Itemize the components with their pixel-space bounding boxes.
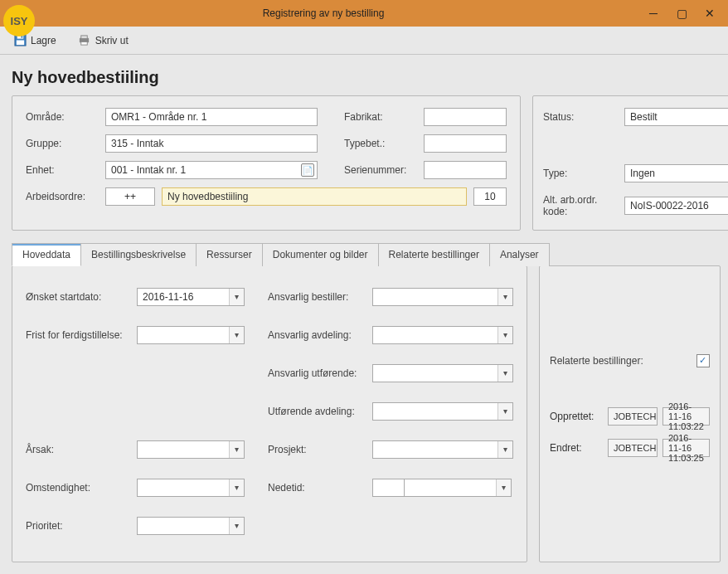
titlebar: ISY Registrering av ny bestilling ─ ▢ ✕ bbox=[0, 0, 728, 27]
svg-rect-5 bbox=[81, 36, 88, 39]
tab-bestillingsbeskrivelse[interactable]: Bestillingsbeskrivelse bbox=[80, 243, 197, 266]
minimize-button[interactable]: ─ bbox=[647, 7, 660, 20]
opprettet-timestamp: 2016-11-16 11:03:22 bbox=[662, 407, 710, 426]
toolbar: Lagre Skriv ut bbox=[0, 27, 728, 55]
tab-dokumenter[interactable]: Dokumenter og bilder bbox=[262, 243, 379, 266]
chevron-down-icon: ▾ bbox=[497, 441, 512, 458]
relaterte-bestillinger-checkbox[interactable]: ✓ bbox=[696, 354, 710, 367]
svg-rect-6 bbox=[81, 41, 88, 45]
page-title: Ny hovedbestiiling bbox=[12, 68, 716, 87]
endret-user: JOBTECH bbox=[608, 439, 658, 457]
type-label: Type: bbox=[543, 168, 618, 179]
nedetid-value-input[interactable] bbox=[372, 479, 404, 497]
chevron-down-icon: ▾ bbox=[229, 518, 244, 534]
arbeidsordre-text-input[interactable]: Ny hovedbestiiling bbox=[162, 187, 467, 206]
opprettet-user: JOBTECH bbox=[608, 407, 658, 426]
type-input[interactable]: Ingen bbox=[624, 164, 728, 182]
status-input[interactable]: Bestilt bbox=[624, 108, 728, 126]
gruppe-input[interactable]: 315 - Inntak bbox=[105, 134, 318, 153]
chevron-down-icon: ▾ bbox=[229, 441, 244, 458]
typebet-input[interactable] bbox=[424, 134, 507, 153]
close-button[interactable]: ✕ bbox=[703, 7, 716, 20]
status-label: Status: bbox=[543, 111, 618, 123]
alt-arbordr-label: Alt. arb.ordr. kode: bbox=[543, 194, 618, 218]
chevron-down-icon: ▾ bbox=[497, 327, 512, 343]
arbeidsordre-plus-button[interactable]: ++ bbox=[105, 187, 155, 206]
serienummer-input[interactable] bbox=[424, 161, 507, 179]
onsket-startdato-value: 2016-11-16 bbox=[143, 291, 193, 303]
onsket-startdato-label: Ønsket startdato: bbox=[26, 291, 137, 303]
tab-ressurser[interactable]: Ressurser bbox=[196, 243, 263, 266]
opprettet-label: Opprettet: bbox=[550, 411, 603, 422]
prioritet-label: Prioritet: bbox=[26, 520, 137, 532]
chevron-down-icon: ▾ bbox=[229, 289, 244, 305]
chevron-down-icon: ▾ bbox=[496, 479, 511, 496]
ansvarlig-utforende-input[interactable]: ▾ bbox=[372, 364, 513, 382]
chevron-down-icon: ▾ bbox=[497, 403, 512, 420]
frist-input[interactable]: ▾ bbox=[137, 326, 245, 344]
relaterte-bestillinger-label: Relaterte bestillinger: bbox=[550, 355, 643, 367]
prosjekt-label: Prosjekt: bbox=[268, 444, 372, 455]
omrade-input[interactable]: OMR1 - Område nr. 1 bbox=[105, 108, 318, 126]
save-label: Lagre bbox=[31, 35, 56, 46]
arbeidsordre-number-input[interactable]: 10 bbox=[473, 187, 507, 206]
window-controls: ─ ▢ ✕ bbox=[647, 7, 728, 20]
hoveddata-form: Ønsket startdato: 2016-11-16▾ Ansvarlig … bbox=[12, 265, 527, 562]
enhet-input[interactable]: 001 - Inntak nr. 1 📄 bbox=[105, 161, 318, 179]
omrade-label: Område: bbox=[26, 111, 99, 123]
header-panel: Område: OMR1 - Område nr. 1 Fabrikat: Gr… bbox=[12, 95, 521, 231]
app-logo: ISY bbox=[3, 5, 35, 36]
enhet-lookup-icon[interactable]: 📄 bbox=[301, 163, 314, 177]
enhet-value: 001 - Inntak nr. 1 bbox=[111, 164, 186, 176]
alt-arbordr-input[interactable]: NoIS-00022-2016 bbox=[624, 197, 728, 215]
nedetid-unit-input[interactable]: ▾ bbox=[404, 479, 512, 497]
serienummer-label: Serienummer: bbox=[344, 164, 417, 176]
chevron-down-icon: ▾ bbox=[229, 479, 244, 496]
ansvarlig-utforende-label: Ansvarlig utførende: bbox=[268, 367, 372, 379]
nedetid-label: Nedetid: bbox=[268, 482, 372, 494]
ansvarlig-avdeling-label: Ansvarlig avdeling: bbox=[268, 329, 372, 341]
print-button[interactable]: Skriv ut bbox=[73, 31, 133, 51]
gruppe-label: Gruppe: bbox=[26, 138, 99, 149]
window-title: Registrering av ny bestilling bbox=[0, 7, 647, 19]
endret-timestamp: 2016-11-16 11:03:25 bbox=[662, 439, 710, 457]
enhet-label: Enhet: bbox=[26, 164, 99, 176]
ansvarlig-avdeling-input[interactable]: ▾ bbox=[372, 326, 513, 344]
tab-relaterte[interactable]: Relaterte bestillinger bbox=[378, 243, 490, 266]
fabrikat-input[interactable] bbox=[424, 108, 507, 126]
chevron-down-icon: ▾ bbox=[497, 289, 512, 305]
print-icon bbox=[78, 34, 91, 47]
chevron-down-icon: ▾ bbox=[229, 327, 244, 343]
utforende-avdeling-label: Utførende avdeling: bbox=[268, 406, 372, 417]
typebet-label: Typebet.: bbox=[344, 138, 417, 149]
status-panel: Status: Bestilt Type: Ingen Alt. arb.ord… bbox=[532, 95, 728, 231]
omstendighet-input[interactable]: ▾ bbox=[137, 479, 245, 497]
omstendighet-label: Omstendighet: bbox=[26, 482, 137, 494]
prosjekt-input[interactable]: ▾ bbox=[372, 440, 513, 459]
endret-label: Endret: bbox=[550, 442, 603, 454]
fabrikat-label: Fabrikat: bbox=[344, 111, 417, 123]
onsket-startdato-input[interactable]: 2016-11-16▾ bbox=[137, 288, 245, 306]
arbeidsordre-label: Arbeidsordre: bbox=[26, 191, 99, 202]
arsak-input[interactable]: ▾ bbox=[137, 440, 245, 459]
svg-rect-3 bbox=[16, 41, 23, 46]
maximize-button[interactable]: ▢ bbox=[675, 7, 688, 20]
chevron-down-icon: ▾ bbox=[497, 365, 512, 382]
ansvarlig-bestiller-input[interactable]: ▾ bbox=[372, 288, 513, 306]
frist-label: Frist for ferdigstillelse: bbox=[26, 329, 137, 341]
prioritet-input[interactable]: ▾ bbox=[137, 517, 245, 535]
tab-analyser[interactable]: Analyser bbox=[489, 243, 550, 266]
arsak-label: Årsak: bbox=[26, 444, 137, 455]
hoveddata-side-panel: Relaterte bestillinger: ✓ Opprettet: JOB… bbox=[539, 265, 721, 562]
tab-strip: Hoveddata Bestillingsbeskrivelse Ressurs… bbox=[12, 242, 716, 265]
tab-hoveddata[interactable]: Hoveddata bbox=[12, 243, 81, 266]
print-label: Skriv ut bbox=[95, 35, 129, 46]
utforende-avdeling-input[interactable]: ▾ bbox=[372, 402, 513, 421]
ansvarlig-bestiller-label: Ansvarlig bestiller: bbox=[268, 291, 372, 303]
